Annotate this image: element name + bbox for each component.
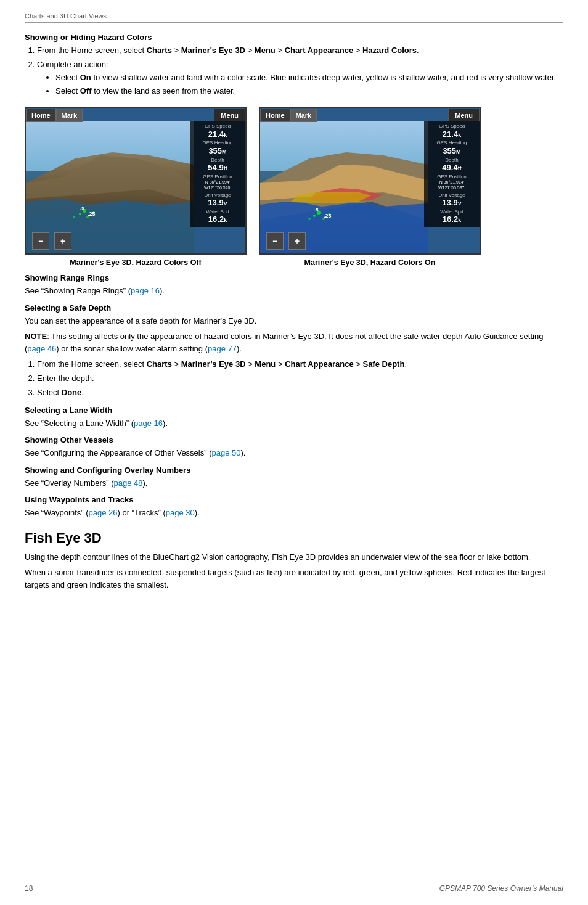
page-number: 18	[25, 884, 33, 893]
chart-right-topbar: Home Mark Menu	[260, 108, 480, 123]
overlay-numbers-section: Showing and Configuring Overlay Numbers …	[25, 465, 563, 489]
svg-point-23	[308, 218, 311, 220]
safe-depth-link2[interactable]: page 77	[208, 344, 237, 353]
svg-text:.5: .5	[314, 207, 319, 213]
chart-left-block: Home Mark Menu	[25, 107, 247, 267]
chart-right-sidebar: GPS Speed 21.4k GPS Heading 355M Depth 4…	[424, 121, 480, 227]
minus-button-left[interactable]: −	[32, 232, 49, 250]
fish-eye-body2: When a sonar transducer is connected, su…	[25, 567, 563, 591]
safe-depth-body1: You can set the appearance of a safe dep…	[25, 315, 563, 327]
svg-text:.25: .25	[88, 211, 96, 217]
chart-left-topbar: Home Mark Menu	[26, 108, 245, 123]
tracks-link[interactable]: page 30	[166, 508, 195, 517]
svg-point-21	[313, 215, 316, 217]
manual-title: GPSMAP 700 Series Owner's Manual	[439, 884, 563, 893]
page-header: Charts and 3D Chart Views	[25, 12, 563, 23]
lane-width-text: See “Selecting a Lane Width” (page 16).	[25, 417, 563, 430]
home-button-right[interactable]: Home	[260, 109, 290, 122]
chart-images-row: Home Mark Menu	[25, 107, 563, 267]
minus-button-right[interactable]: −	[266, 232, 284, 250]
svg-text:.25: .25	[324, 213, 332, 219]
page-footer: 18 GPSMAP 700 Series Owner's Manual	[0, 884, 588, 893]
svg-point-9	[73, 216, 75, 218]
safe-depth-note: NOTE: This setting affects only the appe…	[25, 330, 563, 354]
mark-button-right[interactable]: Mark	[290, 109, 317, 122]
range-rings-text: See “Showing Range Rings” (page 16).	[25, 285, 563, 297]
step-1: From the Home screen, select Charts > Ma…	[37, 44, 563, 57]
chart-right-screen: Home Mark Menu	[259, 107, 481, 255]
other-vessels-text: See “Configuring the Appearance of Other…	[25, 447, 563, 459]
overlay-numbers-link[interactable]: page 48	[113, 478, 142, 488]
lane-width-section: Selecting a Lane Width See “Selecting a …	[25, 406, 563, 430]
plus-button-left[interactable]: +	[54, 232, 71, 250]
plus-button-right[interactable]: +	[288, 232, 306, 250]
mark-button-left[interactable]: Mark	[56, 109, 83, 122]
safe-depth-title: Selecting a Safe Depth	[25, 303, 563, 313]
safe-depth-step2: Enter the depth.	[37, 372, 563, 385]
other-vessels-title: Showing Other Vessels	[25, 435, 563, 444]
caption-right: Mariner's Eye 3D, Hazard Colors On	[304, 258, 436, 267]
range-rings-section: Showing Range Rings See “Showing Range R…	[25, 273, 563, 297]
hazard-colors-title: Showing or Hiding Hazard Colors	[25, 33, 563, 42]
other-vessels-section: Showing Other Vessels See “Configuring t…	[25, 435, 563, 459]
svg-point-7	[79, 213, 81, 215]
overlay-numbers-title: Showing and Configuring Overlay Numbers	[25, 465, 563, 475]
range-rings-link[interactable]: page 16	[131, 286, 160, 295]
waypoints-tracks-section: Using Waypoints and Tracks See “Waypoint…	[25, 495, 563, 519]
waypoints-tracks-title: Using Waypoints and Tracks	[25, 495, 563, 504]
chart-left-sidebar: GPS Speed 21.4k GPS Heading 355M Depth 5…	[190, 121, 245, 227]
step-2: Complete an action: Select On to view sh…	[37, 59, 563, 98]
chart-left-screen: Home Mark Menu	[25, 107, 247, 255]
chart-right-block: Home Mark Menu	[259, 107, 481, 267]
hazard-colors-section: Showing or Hiding Hazard Colors From the…	[25, 33, 563, 267]
waypoints-link[interactable]: page 26	[89, 508, 118, 517]
home-button-left[interactable]: Home	[26, 109, 56, 122]
chart-right-controls: − +	[266, 232, 306, 250]
overlay-numbers-text: See “Overlay Numbers” (page 48).	[25, 477, 563, 489]
safe-depth-link1[interactable]: page 46	[27, 344, 56, 353]
lane-width-link[interactable]: page 16	[134, 419, 163, 428]
fish-eye-section: Fish Eye 3D Using the depth contour line…	[25, 530, 563, 591]
safe-depth-step1: From the Home screen, select Charts > Ma…	[37, 358, 563, 371]
chart-left-controls: − +	[32, 232, 71, 250]
safe-depth-section: Selecting a Safe Depth You can set the a…	[25, 303, 563, 399]
safe-depth-step3: Select Done.	[37, 387, 563, 399]
menu-button-right[interactable]: Menu	[448, 109, 480, 122]
lane-width-title: Selecting a Lane Width	[25, 406, 563, 415]
range-rings-title: Showing Range Rings	[25, 273, 563, 282]
fish-eye-body1: Using the depth contour lines of the Blu…	[25, 551, 563, 563]
bullet-on: Select On to view shallow water and land…	[55, 72, 563, 84]
other-vessels-link[interactable]: page 50	[212, 448, 241, 457]
caption-left: Mariner's Eye 3D, Hazard Colors Off	[70, 258, 201, 267]
bullet-off: Select Off to view the land as seen from…	[55, 85, 563, 98]
waypoints-tracks-text: See “Waypoints” (page 26) or “Tracks” (p…	[25, 507, 563, 519]
fish-eye-title: Fish Eye 3D	[25, 530, 563, 546]
svg-text:.5: .5	[80, 205, 84, 211]
menu-button-left[interactable]: Menu	[214, 109, 245, 122]
